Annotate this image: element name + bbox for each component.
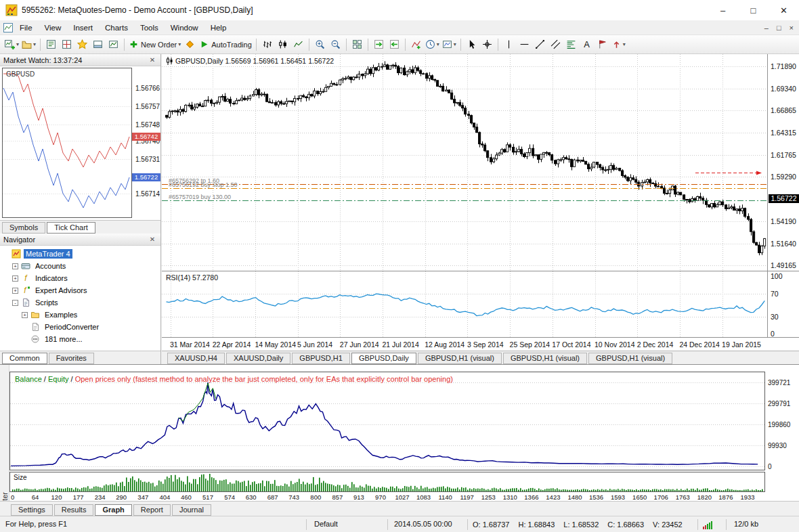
chart-area[interactable]: #65756292 tp 1.60#65756192 buy stop 1.50… xyxy=(162,54,799,364)
tree-expander[interactable]: - xyxy=(12,300,18,306)
chevron-down-icon[interactable]: ▾ xyxy=(623,41,626,47)
maximize-button[interactable]: □ xyxy=(738,0,769,20)
toolbar-chart-candles-button[interactable] xyxy=(275,37,290,52)
chart-tab-gbpusd-h1-visual[interactable]: GBPUSD,H1 (visual) xyxy=(503,353,587,364)
toolbar-arrows-button[interactable]: ▾ xyxy=(610,37,627,52)
date-label: 24 Dec 2014 xyxy=(679,340,720,349)
chevron-down-icon[interactable]: ▾ xyxy=(16,41,19,47)
navigator-close-icon[interactable]: ✕ xyxy=(148,236,157,243)
tick-scale-label: 1.56731 xyxy=(135,156,160,163)
mdi-minimize-icon[interactable]: – xyxy=(764,24,769,32)
toolbar-tile-windows-button[interactable] xyxy=(349,37,365,52)
toolbar-indicators-button[interactable] xyxy=(408,37,424,52)
market-watch-close-icon[interactable]: ✕ xyxy=(148,56,157,64)
tree-item-periodconverter[interactable]: PeriodConverter xyxy=(0,321,160,333)
time-axis[interactable]: 31 Mar 201422 Apr 201414 May 20145 Jun 2… xyxy=(162,337,799,351)
toolbar-chart-line-button[interactable] xyxy=(290,37,306,52)
tree-item-scripts[interactable]: -Scripts xyxy=(0,296,160,309)
menu-window[interactable]: Window xyxy=(165,22,204,34)
rsi-subwindow[interactable]: RSI(14) 57.2780 10070300 xyxy=(162,271,799,337)
menu-charts[interactable]: Charts xyxy=(99,22,134,34)
tick-chart[interactable]: GBPUSD 1.567661.567571.567481.567401.567… xyxy=(0,66,160,220)
toolbar-horizontal-line-button[interactable] xyxy=(517,37,532,52)
toolbar-terminal-button[interactable] xyxy=(90,37,106,52)
toolbar-equidistant-channel-button[interactable] xyxy=(548,37,563,52)
tree-expander[interactable]: + xyxy=(22,312,28,318)
candlestick-chart: #65756292 tp 1.60#65756192 buy stop 1.50… xyxy=(162,54,767,271)
tree-expander[interactable]: + xyxy=(12,275,18,282)
toolbar-chart-bars-button[interactable] xyxy=(259,37,275,52)
minimize-button[interactable]: – xyxy=(708,0,738,20)
price-scale[interactable]: 1.718901.693401.668651.643151.617651.592… xyxy=(767,54,799,271)
menu-file[interactable]: File xyxy=(14,22,39,34)
status-l: L: 1.68532 xyxy=(563,520,599,529)
toolbar-text-button[interactable]: A xyxy=(579,37,595,52)
toolbar-crosshair-button[interactable] xyxy=(479,37,495,52)
chart-candles-icon xyxy=(278,39,288,49)
toolbar-new-chart-button[interactable]: ▾ xyxy=(3,37,20,52)
chevron-down-icon[interactable]: ▾ xyxy=(178,41,181,47)
toolbar-zoom-in-button[interactable] xyxy=(312,37,328,52)
menu-help[interactable]: Help xyxy=(204,22,233,34)
toolbar-periods-button[interactable]: ▾ xyxy=(424,37,441,52)
toolbar-zoom-out-button[interactable] xyxy=(328,37,343,52)
mdi-restore-icon[interactable]: □ xyxy=(777,24,781,32)
toolbar-autotrading-button[interactable]: AutoTrading xyxy=(198,37,253,52)
tree-item-indicators[interactable]: +fIndicators xyxy=(0,272,160,284)
tester-x-label: 1536 xyxy=(589,493,603,501)
toolbar-text-label-button[interactable] xyxy=(595,37,610,52)
tree-item-expert-advisors[interactable]: +fExpert Advisors xyxy=(0,284,160,296)
market-watch-icon xyxy=(46,39,56,49)
navigator-tab-common[interactable]: Common xyxy=(2,353,47,364)
tile-windows-icon xyxy=(352,39,362,49)
tester-side-caption[interactable]: Tester xyxy=(0,365,9,516)
tree-item-metatrader-4[interactable]: MetaTrader 4 xyxy=(0,248,160,260)
chart-tab-gbpusd-daily[interactable]: GBPUSD,Daily xyxy=(351,353,416,364)
toolbar-fibonacci-button[interactable] xyxy=(563,37,579,52)
market-watch-tab-symbols[interactable]: Symbols xyxy=(2,222,45,234)
chart-tab-xauusd-daily[interactable]: XAUUSD,Daily xyxy=(226,353,290,364)
toolbar-templates-button[interactable]: ▾ xyxy=(441,37,458,52)
toolbar-market-watch-button[interactable] xyxy=(43,37,59,52)
chart-tab-gbpusd-h1[interactable]: GBPUSD,H1 xyxy=(292,353,350,364)
toolbar-new-order-button[interactable]: New Order▾ xyxy=(127,37,182,52)
status-profile[interactable]: Default xyxy=(314,520,338,528)
text-label-icon xyxy=(597,39,607,49)
tester-tab-results[interactable]: Results xyxy=(54,504,94,516)
toolbar-vertical-line-button[interactable] xyxy=(501,37,517,52)
toolbar-chart-shift-button[interactable] xyxy=(387,37,402,52)
chevron-down-icon[interactable]: ▾ xyxy=(437,41,439,47)
tester-tab-journal[interactable]: Journal xyxy=(172,504,211,516)
chevron-down-icon[interactable]: ▾ xyxy=(33,41,36,47)
toolbar-strategy-tester-button[interactable] xyxy=(106,37,121,52)
market-watch-tab-tick-chart[interactable]: Tick Chart xyxy=(47,222,95,234)
tester-x-label: 1027 xyxy=(395,493,410,501)
tree-expander[interactable]: + xyxy=(12,263,18,269)
tester-tab-settings[interactable]: Settings xyxy=(11,504,53,516)
chart-tab-xauusd-h4[interactable]: XAUUSD,H4 xyxy=(167,353,225,364)
menu-tools[interactable]: Tools xyxy=(134,22,165,34)
toolbar-cursor-button[interactable] xyxy=(464,37,479,52)
navigator-tab-favorites[interactable]: Favorites xyxy=(49,353,94,364)
tree-item-181-more[interactable]: 181 more... xyxy=(0,333,160,345)
toolbar-trendline-button[interactable] xyxy=(532,37,548,52)
menu-view[interactable]: View xyxy=(39,22,68,34)
chart-tab-gbpusd-h1-visual[interactable]: GBPUSD,H1 (visual) xyxy=(418,353,502,364)
chart-tab-gbpusd-h1-visual[interactable]: GBPUSD,H1 (visual) xyxy=(588,353,672,364)
close-button[interactable]: ✕ xyxy=(769,0,799,20)
toolbar-metaeditor-button[interactable] xyxy=(182,37,198,52)
tree-expander[interactable]: + xyxy=(12,288,18,294)
toolbar-auto-scroll-button[interactable] xyxy=(371,37,387,52)
toolbar-data-window-button[interactable] xyxy=(59,37,74,52)
toolbar-navigator-button[interactable] xyxy=(74,37,90,52)
chevron-down-icon[interactable]: ▾ xyxy=(454,41,456,47)
tester-tab-graph[interactable]: Graph xyxy=(95,504,131,516)
navigator-tree: MetaTrader 4+Accounts+fIndicators+fExper… xyxy=(0,246,160,351)
toolbar-profiles-button[interactable]: ▾ xyxy=(20,37,37,52)
menu-insert[interactable]: Insert xyxy=(67,22,99,34)
indicators-icon xyxy=(411,39,421,49)
tree-item-examples[interactable]: +Examples xyxy=(0,309,160,321)
tester-tab-report[interactable]: Report xyxy=(133,504,171,516)
tree-item-accounts[interactable]: +Accounts xyxy=(0,260,160,272)
mdi-close-icon[interactable]: × xyxy=(790,24,794,32)
